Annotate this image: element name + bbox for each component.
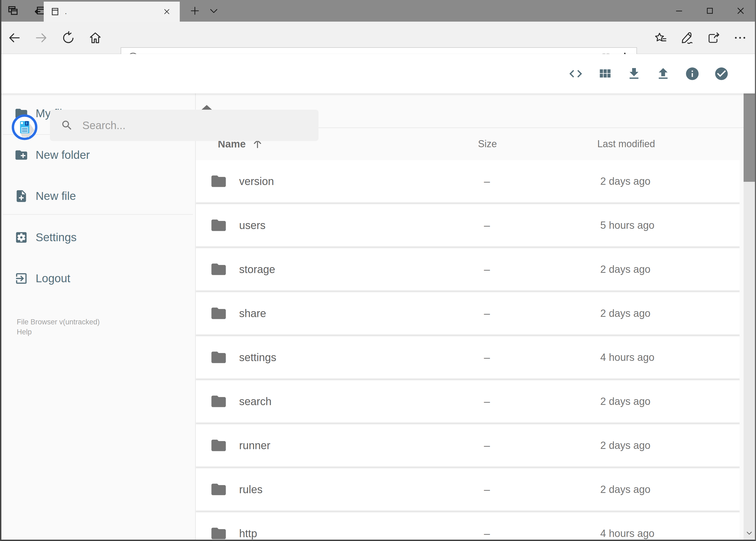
file-row-version[interactable]: version–2 days ago	[196, 160, 740, 202]
upload-icon	[655, 66, 671, 81]
scroll-down-button[interactable]	[744, 527, 755, 540]
file-row-storage[interactable]: storage–2 days ago	[196, 248, 740, 290]
page-favicon-icon	[50, 7, 60, 16]
file-modified: 2 days ago	[600, 396, 740, 407]
maximize-button[interactable]	[694, 0, 725, 22]
sidebar-item-logout[interactable]: Logout	[0, 265, 195, 292]
favorites-hub-button[interactable]	[647, 29, 674, 47]
logout-icon	[14, 271, 28, 285]
back-arrow-icon	[7, 31, 22, 45]
browser-navbar: filebrowser.web/files/	[0, 22, 756, 54]
tab-preview-toggle-button[interactable]	[4, 2, 22, 19]
close-icon	[162, 7, 171, 16]
share-button[interactable]	[700, 29, 727, 47]
info-button[interactable]	[678, 59, 707, 88]
hub-star-icon	[653, 31, 668, 45]
file-name: http	[239, 527, 257, 540]
file-modified: 2 days ago	[600, 264, 740, 275]
file-row-http[interactable]: http–4 hours ago	[196, 512, 740, 541]
code-icon	[568, 66, 583, 81]
file-modified: 2 days ago	[600, 440, 740, 451]
info-icon	[685, 66, 700, 81]
file-modified: 5 hours ago	[600, 220, 740, 231]
file-size: –	[484, 219, 600, 232]
sidebar-item-label: Logout	[36, 272, 70, 285]
refresh-button[interactable]	[59, 29, 77, 47]
file-modified: 2 days ago	[600, 176, 740, 187]
file-row-share[interactable]: share–2 days ago	[196, 292, 740, 334]
sidebar-divider	[2, 214, 193, 215]
row-divider	[196, 246, 740, 248]
share-icon	[706, 31, 721, 45]
minimize-button[interactable]	[664, 0, 694, 22]
forward-button	[32, 29, 50, 47]
sidebar-item-settings[interactable]: Settings	[0, 224, 195, 252]
sidebar-item-label: New file	[36, 190, 76, 203]
file-modified: 4 hours ago	[600, 352, 740, 363]
browser-tab[interactable]: .	[44, 2, 180, 22]
row-divider	[196, 378, 740, 380]
chevron-down-icon	[208, 5, 219, 16]
file-size: –	[484, 483, 600, 496]
maximize-icon	[705, 6, 715, 16]
folder-plus-icon	[14, 148, 28, 162]
file-name: share	[239, 307, 266, 319]
tab-title: .	[65, 7, 67, 16]
page-scrollbar[interactable]	[744, 54, 755, 540]
folder-icon	[210, 481, 227, 498]
column-header-modified[interactable]: Last modified	[597, 138, 744, 150]
file-list: version–2 days agousers–5 hours agostora…	[196, 160, 740, 541]
minimize-icon	[674, 6, 684, 16]
row-divider	[196, 334, 740, 336]
file-name: rules	[239, 483, 263, 496]
column-header-size[interactable]: Size	[478, 138, 597, 150]
search-input[interactable]	[82, 119, 319, 132]
check-circle-button[interactable]	[707, 59, 736, 88]
sidebar-item-new-file[interactable]: New file	[0, 182, 195, 210]
sidebar-footer: File Browser v(untracked) Help	[17, 317, 100, 337]
more-options-button[interactable]	[727, 29, 753, 47]
search-box[interactable]	[50, 110, 319, 141]
row-divider	[196, 510, 740, 512]
file-row-users[interactable]: users–5 hours ago	[196, 204, 740, 246]
folder-icon	[210, 261, 227, 278]
file-modified: 2 days ago	[600, 307, 740, 319]
tab-list-button[interactable]	[205, 2, 222, 19]
file-size: –	[484, 395, 600, 407]
content-area: File Browser v(untracked) Help My filesN…	[0, 94, 756, 541]
folder-icon	[210, 217, 227, 234]
header-actions	[561, 54, 736, 94]
code-button[interactable]	[561, 59, 590, 88]
upload-button[interactable]	[648, 59, 678, 88]
file-modified: 4 hours ago	[600, 528, 740, 539]
help-link[interactable]: Help	[17, 327, 100, 337]
refresh-icon	[61, 31, 75, 45]
web-notes-button[interactable]	[674, 29, 700, 47]
app-version-text: File Browser v(untracked)	[17, 318, 100, 326]
tab-close-button[interactable]	[158, 2, 175, 22]
close-window-button[interactable]	[725, 0, 756, 22]
folder-icon	[210, 393, 227, 410]
file-name: search	[239, 395, 272, 407]
file-row-rules[interactable]: rules–2 days ago	[196, 468, 740, 510]
file-row-settings[interactable]: settings–4 hours ago	[196, 336, 740, 378]
gear-icon	[14, 231, 28, 245]
file-name: users	[239, 219, 266, 232]
sidebar: File Browser v(untracked) Help My filesN…	[0, 94, 195, 541]
row-divider	[196, 422, 740, 424]
sidebar-item-new-folder[interactable]: New folder	[0, 141, 195, 169]
file-row-search[interactable]: search–2 days ago	[196, 380, 740, 422]
row-divider	[196, 290, 740, 292]
new-tab-button[interactable]	[186, 2, 203, 19]
chevron-down-icon	[745, 529, 754, 537]
check-circle-icon	[714, 66, 729, 81]
folder-icon	[210, 349, 227, 366]
download-button[interactable]	[620, 59, 648, 88]
file-row-runner[interactable]: runner–2 days ago	[196, 424, 740, 466]
back-button[interactable]	[5, 29, 23, 47]
browser-titlebar: .	[0, 0, 756, 22]
browser-home-button[interactable]	[86, 29, 104, 47]
file-size: –	[484, 264, 600, 275]
grid-view-button[interactable]	[590, 59, 620, 88]
row-divider	[196, 202, 740, 204]
